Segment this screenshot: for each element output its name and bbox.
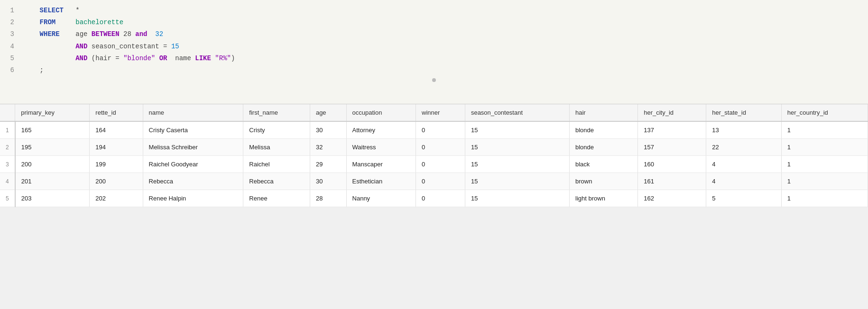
cell-first_name: Melissa: [243, 139, 310, 156]
column-header-first_name: first_name: [243, 104, 310, 121]
scrollbar-indicator: [432, 78, 436, 82]
cell-name: Raichel Goodyear: [143, 156, 243, 173]
column-header-rette_id: rette_id: [90, 104, 143, 121]
code-line: 3 WHERE age BETWEEN 28 and 32: [0, 28, 868, 40]
cell-primary_key: 195: [15, 139, 90, 156]
cell-winner: 0: [416, 121, 465, 139]
code-line: 2 FROM bachelorette: [0, 17, 868, 28]
line-content: AND (hair = "blonde" OR name LIKE "R%"): [24, 53, 863, 64]
cell-her_country_id: 1: [781, 121, 868, 139]
column-header-winner: winner: [416, 104, 465, 121]
cell-first_name: Cristy: [243, 121, 310, 139]
cell-her_state_id: 22: [706, 139, 781, 156]
cell-name: Melissa Schreiber: [143, 139, 243, 156]
cell-her_city_id: 162: [638, 190, 706, 207]
line-number: 2: [0, 17, 24, 28]
column-header-occupation: occupation: [346, 104, 416, 121]
cell-winner: 0: [416, 139, 465, 156]
code-line: 5 AND (hair = "blonde" OR name LIKE "R%"…: [0, 53, 868, 64]
cell-rette_id: 194: [90, 139, 143, 156]
cell-row_num: 5: [0, 190, 15, 207]
table-row: 5203202Renee HalpinRenee28Nanny015light …: [0, 190, 868, 207]
column-header-season_contestant: season_contestant: [465, 104, 569, 121]
cell-age: 28: [310, 190, 346, 207]
cell-winner: 0: [416, 190, 465, 207]
cell-her_country_id: 1: [781, 139, 868, 156]
cell-rette_id: 200: [90, 173, 143, 190]
cell-her_country_id: 1: [781, 190, 868, 207]
cell-row_num: 2: [0, 139, 15, 156]
results-table-container: primary_keyrette_idnamefirst_nameageoccu…: [0, 104, 868, 207]
cell-her_state_id: 13: [706, 121, 781, 139]
cell-age: 30: [310, 121, 346, 139]
cell-her_state_id: 4: [706, 156, 781, 173]
cell-row_num: 3: [0, 156, 15, 173]
line-content: WHERE age BETWEEN 28 and 32: [24, 28, 863, 40]
column-header-hair: hair: [570, 104, 638, 121]
cell-primary_key: 165: [15, 121, 90, 139]
cell-her_country_id: 1: [781, 173, 868, 190]
cell-her_city_id: 157: [638, 139, 706, 156]
cell-rette_id: 199: [90, 156, 143, 173]
cell-season_contestant: 15: [465, 156, 569, 173]
cell-hair: brown: [570, 173, 638, 190]
cell-hair: blonde: [570, 139, 638, 156]
cell-her_city_id: 160: [638, 156, 706, 173]
cell-her_country_id: 1: [781, 156, 868, 173]
cell-row_num: 4: [0, 173, 15, 190]
cell-occupation: Waitress: [346, 139, 416, 156]
cell-her_city_id: 137: [638, 121, 706, 139]
column-header-name: name: [143, 104, 243, 121]
code-line: 6 ;: [0, 64, 868, 76]
cell-season_contestant: 15: [465, 173, 569, 190]
cell-hair: light brown: [570, 190, 638, 207]
line-content: AND season_contestant = 15: [24, 41, 863, 53]
cell-name: Rebecca: [143, 173, 243, 190]
code-editor[interactable]: 1 SELECT *2 FROM bachelorette3 WHERE age…: [0, 0, 868, 104]
line-number: 5: [0, 53, 24, 64]
cell-rette_id: 202: [90, 190, 143, 207]
cell-age: 29: [310, 156, 346, 173]
cell-occupation: Attorney: [346, 121, 416, 139]
cell-hair: blonde: [570, 121, 638, 139]
cell-winner: 0: [416, 156, 465, 173]
cell-her_state_id: 5: [706, 190, 781, 207]
line-content: FROM bachelorette: [24, 17, 863, 28]
line-content: SELECT *: [24, 5, 863, 17]
cell-her_state_id: 4: [706, 173, 781, 190]
cell-age: 30: [310, 173, 346, 190]
cell-age: 32: [310, 139, 346, 156]
cell-occupation: Manscaper: [346, 156, 416, 173]
table-row: 2195194Melissa SchreiberMelissa32Waitres…: [0, 139, 868, 156]
cell-winner: 0: [416, 173, 465, 190]
column-header-age: age: [310, 104, 346, 121]
cell-her_city_id: 161: [638, 173, 706, 190]
cell-first_name: Rebecca: [243, 173, 310, 190]
cell-first_name: Raichel: [243, 156, 310, 173]
code-line: 4 AND season_contestant = 15: [0, 41, 868, 53]
line-number: 3: [0, 28, 24, 40]
column-header-her_country_id: her_country_id: [781, 104, 868, 121]
cell-primary_key: 201: [15, 173, 90, 190]
line-number: 4: [0, 41, 24, 53]
cell-occupation: Esthetician: [346, 173, 416, 190]
column-header-her_state_id: her_state_id: [706, 104, 781, 121]
line-number: 6: [0, 64, 24, 76]
cell-season_contestant: 15: [465, 190, 569, 207]
cell-name: Cristy Caserta: [143, 121, 243, 139]
line-number: 1: [0, 5, 24, 17]
cell-primary_key: 203: [15, 190, 90, 207]
cell-season_contestant: 15: [465, 139, 569, 156]
cell-rette_id: 164: [90, 121, 143, 139]
results-table: primary_keyrette_idnamefirst_nameageoccu…: [0, 104, 868, 207]
cell-row_num: 1: [0, 121, 15, 139]
cell-name: Renee Halpin: [143, 190, 243, 207]
cell-hair: black: [570, 156, 638, 173]
cell-season_contestant: 15: [465, 121, 569, 139]
cell-first_name: Renee: [243, 190, 310, 207]
table-row: 1165164Cristy CasertaCristy30Attorney015…: [0, 121, 868, 139]
cell-primary_key: 200: [15, 156, 90, 173]
code-line: 1 SELECT *: [0, 5, 868, 17]
column-header-primary_key: primary_key: [15, 104, 90, 121]
column-header-her_city_id: her_city_id: [638, 104, 706, 121]
